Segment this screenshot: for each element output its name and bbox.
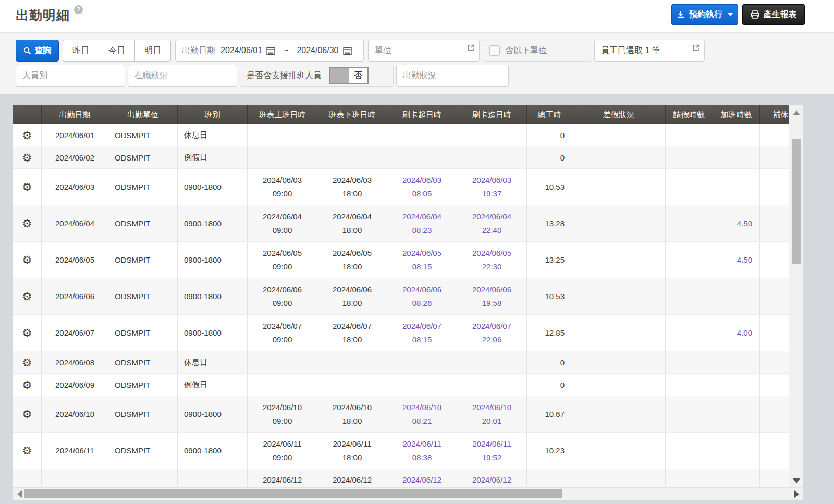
schedule-time-text: 09:00	[273, 187, 292, 201]
card-time-link[interactable]: 2024/06/03	[472, 174, 511, 187]
card-time-link[interactable]: 2024/06/10	[472, 401, 511, 414]
card-time-link[interactable]: 2024/06/07	[472, 319, 511, 333]
date-to-value[interactable]: 2024/06/30	[297, 46, 338, 55]
query-button[interactable]: 查詢	[16, 40, 59, 62]
row-settings-icon[interactable]: ⚙	[22, 327, 32, 338]
calendar-from-icon[interactable]	[266, 46, 275, 55]
vertical-scroll-thumb[interactable]	[792, 139, 801, 264]
table-row: ⚙2024/06/06ODSMPIT0900-18002024/06/0609:…	[13, 278, 789, 315]
row-settings-icon[interactable]: ⚙	[22, 181, 32, 192]
cell-value[interactable]: 4.50	[737, 255, 752, 264]
tomorrow-button[interactable]: 明日	[134, 40, 171, 62]
card-time-link[interactable]: 20:01	[482, 414, 502, 428]
employee-selected-box[interactable]: 員工已選取 1 筆	[594, 40, 705, 62]
row-settings-icon[interactable]: ⚙	[22, 379, 32, 390]
attendance-date-range[interactable]: 出勤日期 2024/06/01 ~ 2024/06/30	[175, 40, 364, 62]
unit-popup-icon[interactable]	[468, 44, 474, 51]
card-time-link[interactable]: 2024/06/12	[402, 473, 441, 487]
cell-value[interactable]: 4.00	[737, 328, 752, 337]
cell-value: 0	[560, 380, 565, 389]
cell-overtime-hours	[713, 433, 760, 469]
schedule-run-button[interactable]: 預約執行	[671, 4, 738, 25]
cell-schedule-out: 2024/06/0718:00	[317, 315, 387, 351]
cell-card-out: 2024/06/0319:37	[457, 169, 527, 205]
cell-unit	[108, 469, 178, 487]
cell-value: 2024/06/05	[55, 255, 94, 264]
card-time-link[interactable]: 2024/06/05	[472, 247, 511, 260]
row-settings-icon[interactable]: ⚙	[22, 357, 32, 368]
cell-card-in: 2024/06/0308:05	[387, 169, 457, 205]
schedule-time-text: 18:00	[342, 414, 362, 428]
card-time-link[interactable]: 08:05	[412, 187, 432, 201]
scroll-right-icon[interactable]	[794, 490, 799, 498]
card-time-link[interactable]: 08:26	[412, 297, 432, 310]
cell-unit: ODSMPIT	[108, 433, 178, 469]
card-time-link[interactable]: 2024/06/10	[402, 401, 441, 414]
cell-schedule-out	[317, 146, 387, 168]
row-settings-icon[interactable]: ⚙	[22, 409, 32, 420]
card-time-link[interactable]: 08:23	[412, 224, 432, 237]
cell-date: 2024/06/11	[42, 433, 108, 469]
card-time-link[interactable]: 08:15	[412, 260, 432, 274]
card-time-link[interactable]: 22:40	[482, 224, 502, 237]
scroll-down-icon[interactable]	[793, 478, 800, 483]
horizontal-scroll-thumb[interactable]	[24, 489, 562, 498]
schedule-time-text: 2024/06/06	[333, 283, 372, 297]
vertical-scrollbar[interactable]	[789, 105, 803, 487]
include-sub-units-checkbox[interactable]	[489, 45, 500, 56]
cell-comp-hours	[760, 351, 789, 373]
calendar-to-icon[interactable]	[343, 46, 352, 55]
card-time-link[interactable]: 19:37	[482, 187, 502, 201]
card-time-link[interactable]: 2024/06/11	[403, 437, 441, 451]
scroll-up-icon[interactable]	[793, 110, 800, 115]
card-time-link[interactable]: 2024/06/05	[402, 247, 441, 260]
include-sub-units-group: 含以下單位	[483, 40, 592, 62]
card-time-link[interactable]: 08:21	[412, 414, 432, 428]
card-time-link[interactable]: 2024/06/03	[402, 174, 441, 187]
cell-schedule-in: 2024/06/12	[248, 469, 317, 487]
card-time-link[interactable]: 08:15	[412, 333, 432, 347]
cell-total-hours: 13.28	[527, 205, 572, 241]
cell-total-hours: 10.53	[527, 278, 572, 314]
cell-overtime-hours	[713, 374, 760, 396]
employment-status-input[interactable]: 在職狀況	[128, 65, 237, 87]
range-separator: ~	[284, 46, 288, 55]
row-settings-icon[interactable]: ⚙	[22, 291, 32, 302]
scroll-left-icon[interactable]	[17, 490, 22, 498]
card-time-link[interactable]: 2024/06/06	[472, 283, 511, 297]
employee-popup-icon[interactable]	[693, 44, 700, 51]
card-time-link[interactable]: 2024/06/04	[472, 210, 511, 224]
cell-schedule-in	[248, 374, 317, 396]
cell-leave-hours	[666, 396, 713, 432]
schedule-time-text: 09:00	[273, 333, 292, 347]
today-button[interactable]: 今日	[99, 40, 135, 62]
card-time-link[interactable]: 2024/06/11	[473, 437, 511, 451]
card-time-link[interactable]: 08:38	[412, 451, 432, 464]
yesterday-button[interactable]: 昨日	[63, 40, 99, 62]
card-time-link[interactable]: 2024/06/04	[402, 210, 441, 224]
row-settings-icon[interactable]: ⚙	[22, 130, 32, 141]
date-from-value[interactable]: 2024/06/01	[220, 46, 262, 55]
cell-value[interactable]: 4.50	[737, 219, 752, 228]
card-time-link[interactable]: 19:52	[482, 451, 502, 464]
card-time-link[interactable]: 2024/06/06	[402, 283, 441, 297]
attendance-status-input[interactable]: 出勤狀況	[396, 65, 509, 87]
card-time-link[interactable]: 22:06	[482, 333, 502, 347]
cell-date: 2024/06/06	[42, 278, 108, 314]
card-time-link[interactable]: 2024/06/12	[472, 473, 511, 487]
card-time-link[interactable]: 2024/06/07	[402, 319, 441, 333]
help-icon[interactable]: ?	[74, 5, 83, 14]
support-shift-toggle[interactable]: 否	[329, 67, 369, 84]
row-settings-icon[interactable]: ⚙	[22, 152, 32, 163]
generate-report-button[interactable]: 產生報表	[742, 4, 805, 25]
horizontal-scrollbar[interactable]	[13, 487, 803, 500]
card-time-link[interactable]: 19:58	[482, 297, 502, 310]
unit-input[interactable]: 單位	[368, 40, 480, 62]
card-time-link[interactable]: 22:30	[482, 260, 502, 274]
cell-value: ODSMPIT	[115, 182, 150, 191]
row-settings-icon[interactable]: ⚙	[22, 218, 32, 229]
row-settings-icon[interactable]: ⚙	[22, 254, 32, 265]
cell-comp-hours	[760, 433, 789, 469]
row-settings-icon[interactable]: ⚙	[22, 445, 32, 456]
person-type-input[interactable]: 人員別	[16, 65, 125, 87]
